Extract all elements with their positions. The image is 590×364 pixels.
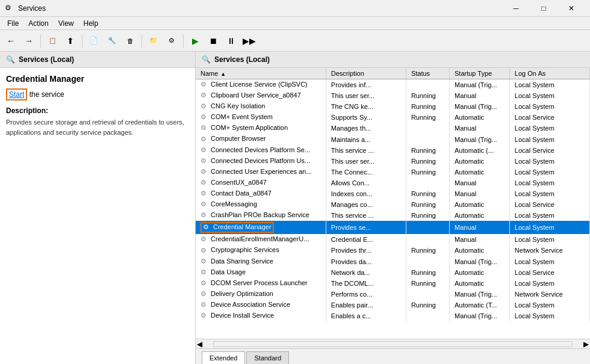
service-startup-cell: Manual (Trig...	[450, 256, 510, 267]
show-hide-button[interactable]: 📋	[44, 32, 61, 49]
table-row[interactable]: Computer BrowserMaintains a...Manual (Tr…	[196, 134, 590, 144]
service-name-cell: DCOM Server Process Launcher	[196, 278, 326, 289]
service-icon	[200, 312, 209, 320]
table-row[interactable]: DCOM Server Process LauncherThe DCOML...…	[196, 278, 590, 289]
service-status-cell: Running	[406, 300, 449, 310]
service-logon-cell: Network Service	[509, 289, 589, 300]
service-name-cell: Contact Data_a0847	[196, 188, 326, 199]
minimize-button[interactable]: ─	[502, 0, 530, 17]
service-icon	[200, 91, 209, 100]
service-status-cell	[406, 134, 449, 144]
scroll-left-btn[interactable]: ◀	[196, 340, 203, 348]
col-header-status[interactable]: Status	[406, 68, 449, 79]
close-button[interactable]: ✕	[557, 0, 585, 17]
service-icon	[200, 268, 209, 277]
table-row[interactable]: Device Install ServiceEnables a c...Manu…	[196, 310, 590, 321]
properties-button[interactable]: 🔧	[104, 32, 120, 49]
service-desc-cell: Enables pair...	[326, 300, 406, 310]
tab-standard[interactable]: Standard	[246, 351, 289, 364]
stop-service-toolbar-button[interactable]: ⏹	[205, 32, 222, 49]
start-service-toolbar-button[interactable]: ▶	[187, 32, 203, 49]
service-icon	[200, 124, 209, 132]
start-service-orange-box: Start	[6, 88, 27, 100]
service-name-cell: COM+ System Application	[196, 123, 326, 134]
window-title: Services	[18, 4, 502, 13]
scroll-right-btn[interactable]: ▶	[582, 340, 590, 348]
up-button[interactable]: ⬆	[62, 32, 79, 49]
col-header-name[interactable]: Name▲	[196, 68, 326, 79]
table-row[interactable]: Client License Service (ClipSVC)Provides…	[196, 79, 590, 91]
service-icon	[200, 146, 209, 155]
restart-service-toolbar-button[interactable]: ▶▶	[241, 32, 258, 49]
col-header-startup[interactable]: Startup Type	[450, 68, 510, 79]
table-row[interactable]: CrashPlan PROe Backup ServiceThis servic…	[196, 210, 590, 221]
service-desc-cell: Provides thr...	[326, 245, 406, 256]
service-status-cell: Running	[406, 145, 449, 156]
col-header-logon[interactable]: Log On As	[509, 68, 589, 79]
back-button[interactable]: ←	[2, 32, 19, 49]
table-row[interactable]: Data UsageNetwork da...RunningAutomaticL…	[196, 267, 590, 278]
table-row[interactable]: Device Association ServiceEnables pair..…	[196, 300, 590, 310]
new-object-button[interactable]: 📄	[85, 32, 102, 49]
table-row[interactable]: COM+ System ApplicationManages th...Manu…	[196, 123, 590, 134]
service-desc-cell: The CNG ke...	[326, 101, 406, 112]
description-label: Description:	[6, 106, 189, 115]
service-logon-cell: Local System	[509, 210, 589, 221]
start-service-link[interactable]: Start	[9, 90, 24, 99]
table-row[interactable]: Delivery OptimizationPerforms co...Manua…	[196, 289, 590, 300]
menu-file[interactable]: File	[2, 18, 23, 29]
service-logon-cell: Local System	[509, 188, 589, 199]
menu-action[interactable]: Action	[23, 18, 53, 29]
table-row[interactable]: Connected Devices Platform Se...This ser…	[196, 145, 590, 156]
export-button[interactable]: 📁	[145, 32, 162, 49]
horizontal-scrollbar[interactable]: ◀ ▶	[196, 339, 590, 348]
table-row[interactable]: CredentialEnrollmentManagerU...Credentia…	[196, 234, 590, 245]
table-row[interactable]: CoreMessagingManages co...RunningAutomat…	[196, 199, 590, 210]
table-row[interactable]: Data Sharing ServiceProvides da...Manual…	[196, 256, 590, 267]
service-startup-cell: Automatic	[450, 112, 510, 123]
service-status-cell: Running	[406, 112, 449, 123]
service-name-cell: Connected User Experiences an...	[196, 167, 326, 177]
table-row[interactable]: ConsentUX_a0847Allows Con...ManualLocal …	[196, 177, 590, 188]
table-row[interactable]: Contact Data_a0847Indexes con...RunningM…	[196, 188, 590, 199]
service-icon	[200, 135, 209, 144]
col-header-description[interactable]: Description	[326, 68, 406, 79]
service-startup-cell: Automatic	[450, 278, 510, 289]
services-table-container[interactable]: Name▲ Description Status Startup Type Lo…	[196, 68, 590, 339]
service-name-cell: COM+ Event System	[196, 112, 326, 123]
action2-button[interactable]: ⚙	[163, 32, 180, 49]
menu-help[interactable]: Help	[79, 18, 104, 29]
service-desc-cell: Maintains a...	[326, 134, 406, 144]
table-row[interactable]: Connected Devices Platform Us...This use…	[196, 156, 590, 167]
services-table: Name▲ Description Status Startup Type Lo…	[196, 68, 590, 321]
service-status-cell: Running	[406, 210, 449, 221]
service-name-cell: CoreMessaging	[196, 199, 326, 210]
maximize-button[interactable]: □	[530, 0, 557, 17]
service-desc-cell: This service ...	[326, 210, 406, 221]
table-row[interactable]: CNG Key IsolationThe CNG ke...RunningMan…	[196, 101, 590, 112]
service-startup-cell: Manual	[450, 90, 510, 101]
service-desc-cell: Indexes con...	[326, 188, 406, 199]
service-startup-cell: Manual	[450, 234, 510, 245]
service-startup-cell: Manual (Trig...	[450, 134, 510, 144]
description-text: Provides secure storage and retrieval of…	[6, 117, 189, 137]
service-logon-cell: Local System	[509, 123, 589, 134]
table-row[interactable]: Clipboard User Service_a0847This user se…	[196, 90, 590, 101]
menu-view[interactable]: View	[54, 18, 79, 29]
service-desc-cell: Allows Con...	[326, 177, 406, 188]
service-startup-cell: Automatic	[450, 199, 510, 210]
bottom-tabs: Extended Standard	[196, 348, 590, 364]
service-status-cell	[406, 177, 449, 188]
table-row[interactable]: Cryptographic ServicesProvides thr...Run…	[196, 245, 590, 256]
table-row[interactable]: COM+ Event SystemSupports Sy...RunningAu…	[196, 112, 590, 123]
delete-button[interactable]: 🗑	[122, 32, 138, 49]
service-status-cell	[406, 256, 449, 267]
service-icon	[200, 157, 209, 165]
service-logon-cell: Local System	[509, 156, 589, 167]
service-icon	[200, 179, 209, 187]
tab-extended[interactable]: Extended	[202, 351, 245, 364]
table-row[interactable]: Credential ManagerProvides se...ManualLo…	[196, 221, 590, 234]
pause-service-toolbar-button[interactable]: ⏸	[223, 32, 240, 49]
forward-button[interactable]: →	[20, 32, 37, 49]
table-row[interactable]: Connected User Experiences an...The Conn…	[196, 167, 590, 177]
